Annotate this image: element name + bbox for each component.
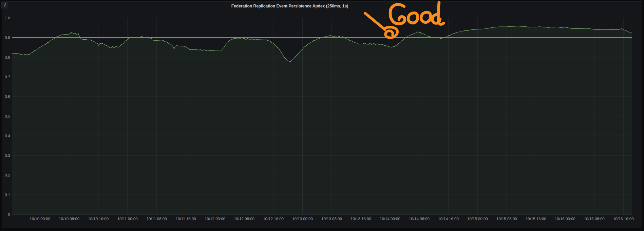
x-tick-label: 10/16 08:00 [584,217,605,221]
x-tick-label: 10/11 00:00 [117,217,138,221]
apdex-series [12,26,632,214]
x-tick-label: 10/12 08:00 [234,217,254,221]
y-tick-label: 0.6 [5,94,10,99]
letter-o2 [421,12,431,22]
y-tick-label: 0.1 [5,193,10,197]
x-tick-label: 10/13 08:00 [321,217,342,221]
x-tick-label: 10/16 00:00 [555,217,575,221]
series-fill-area [12,26,632,214]
x-tick-label: 10/12 00:00 [205,217,225,221]
x-tick-label: 10/12 16:00 [263,217,284,221]
x-tick-label: 10/14 00:00 [380,217,400,221]
timeseries-chart[interactable]: Federation Replication Event Persistence… [0,0,644,231]
y-tick-label: 0.3 [5,153,10,158]
panel-info-icon[interactable]: i [1,1,8,8]
x-tick-label: 10/10 16:00 [88,217,109,221]
panel-title[interactable]: Federation Replication Event Persistence… [231,4,348,8]
x-tick-label: 10/15 08:00 [496,217,517,221]
info-icon-glyph: i [4,3,5,7]
x-tick-label: 10/10 08:00 [59,217,79,221]
annotation-arrow-circle [384,27,397,38]
x-tick-label: 10/15 00:00 [467,217,488,221]
x-tick-label: 10/16 16:00 [613,217,634,221]
y-tick-label: 0.8 [5,55,10,59]
annotation-good-text [390,2,444,24]
y-tick-label: 0.9 [5,36,10,40]
grafana-page: i Federation Replication Event Persisten… [0,0,644,231]
x-tick-label: 10/15 16:00 [526,217,546,221]
y-tick-label: 0.7 [5,75,10,79]
y-tick-label: 1.0 [5,16,10,20]
x-tick-label: 10/13 16:00 [351,217,371,221]
x-tick-label: 10/13 00:00 [292,217,313,221]
y-tick-label: 0 [8,212,10,216]
x-tick-label: 10/11 16:00 [176,217,196,221]
y-tick-label: 0.2 [5,173,10,177]
y-tick-label: 0.5 [5,114,10,118]
y-tick-label: 0.4 [5,134,11,138]
letter-G [390,4,405,24]
x-tick-label: 10/10 00:00 [30,217,50,221]
x-tick-label: 10/14 16:00 [438,217,459,221]
hand-drawn-annotation [365,2,444,38]
x-tick-label: 10/11 08:00 [147,217,167,221]
x-tick-label: 10/14 08:00 [409,217,430,221]
annotation-arrow-shaft [365,13,385,29]
